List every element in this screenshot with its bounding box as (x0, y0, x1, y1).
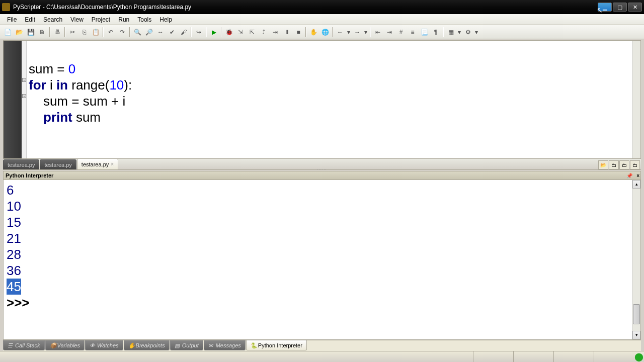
tab-call-stack[interactable]: ☰Call Stack (3, 340, 45, 350)
redo-icon[interactable]: ↷ (117, 27, 128, 38)
output-line: 28 (7, 246, 637, 262)
comment-icon[interactable]: # (395, 27, 407, 38)
undo-icon[interactable]: ↶ (105, 27, 116, 38)
pause-icon[interactable]: ⏸ (281, 27, 292, 38)
tab-close-icon[interactable]: × (111, 161, 114, 167)
doc-icon[interactable]: 📃 (419, 27, 430, 38)
menu-bar: File Edit Search View Project Run Tools … (0, 14, 644, 25)
close-button[interactable]: ✕ (628, 3, 642, 12)
cut-icon[interactable]: ✂ (67, 27, 78, 38)
nav-back-drop-icon[interactable]: ▾ (346, 27, 351, 38)
hand-icon[interactable]: ✋ (308, 27, 319, 38)
tab-messages[interactable]: ✉Messages (204, 340, 246, 350)
tab-breakpoints[interactable]: ✋Breakpoints (124, 340, 170, 350)
layout-icon[interactable]: ▦ (445, 27, 456, 38)
nav-fwd-drop-icon[interactable]: ▾ (363, 27, 368, 38)
tab-watches[interactable]: 👁Watches (85, 340, 123, 350)
scroll-thumb[interactable] (633, 304, 640, 324)
interpreter-output[interactable]: 6 10 15 21 28 36 45 >>> ▴ ▾ (3, 180, 641, 340)
list-icon[interactable]: ≡ (407, 27, 418, 38)
status-cell (594, 351, 634, 362)
interpreter-panel-header: Python Interpreter 📌 × (3, 171, 641, 180)
open-file-icon[interactable]: 📂 (14, 27, 25, 38)
app-icon (2, 3, 10, 11)
indent-icon[interactable]: ⇥ (384, 27, 395, 38)
tab-nav-icon[interactable]: 🗀 (630, 160, 640, 169)
var-icon: 📦 (50, 342, 56, 348)
dedent-icon[interactable]: ⇤ (372, 27, 383, 38)
menu-edit[interactable]: Edit (21, 15, 39, 24)
editor-tab-active[interactable]: testarea.py× (77, 158, 118, 169)
menu-help[interactable]: Help (155, 15, 176, 24)
editor-scrollbar[interactable] (632, 41, 640, 158)
pilcrow-icon[interactable]: ¶ (430, 27, 441, 38)
menu-run[interactable]: Run (114, 15, 133, 24)
print-icon[interactable]: 🖶 (52, 27, 63, 38)
nav-back-icon[interactable]: ← (335, 27, 346, 38)
code-editor[interactable]: - - sum = 0for i in range(10): sum = sum… (3, 40, 641, 159)
paste-icon[interactable]: 📋 (90, 27, 101, 38)
output-line: 6 (7, 182, 637, 198)
menu-file[interactable]: File (3, 15, 21, 24)
code-content[interactable]: sum = 0for i in range(10): sum = sum + i… (27, 41, 632, 158)
replace-icon[interactable]: ↔ (155, 27, 166, 38)
status-cell (553, 351, 594, 362)
tab-python-interpreter[interactable]: 🐍Python Interpreter (246, 340, 307, 350)
fold-marker-icon[interactable]: - (22, 94, 26, 98)
status-indicator-icon: ⬤ (634, 351, 644, 362)
save-icon[interactable]: 💾 (25, 27, 36, 38)
copy-icon[interactable]: ⎘ (78, 27, 90, 38)
run-to-cursor-icon[interactable]: ⇥ (270, 27, 281, 38)
interpreter-title: Python Interpreter (6, 172, 53, 178)
tab-variables[interactable]: 📦Variables (45, 340, 85, 350)
menu-project[interactable]: Project (88, 15, 114, 24)
minimize-button[interactable]: ▁ (598, 3, 612, 12)
run-icon[interactable]: ▶ (208, 27, 219, 38)
output-line: 21 (7, 230, 637, 246)
scroll-down-icon[interactable]: ▾ (632, 331, 640, 339)
editor-tab-inactive[interactable]: testarea.py (3, 159, 39, 169)
tab-nav-icon[interactable]: 🗀 (609, 160, 619, 169)
step-into-icon[interactable]: ⇲ (235, 27, 246, 38)
output-line: 36 (7, 262, 637, 279)
find-next-icon[interactable]: 🔎 (143, 27, 154, 38)
menu-search[interactable]: Search (39, 15, 66, 24)
new-file-icon[interactable]: 📄 (2, 27, 13, 38)
save-all-icon[interactable]: 🗎 (37, 27, 48, 38)
interpreter-prompt[interactable]: >>> (7, 295, 637, 311)
check-icon[interactable]: ✔ (167, 27, 178, 38)
toolbar: 📄 📂 💾 🗎 🖶 ✂ ⎘ 📋 ↶ ↷ 🔍 🔎 ↔ ✔ 🖌 ↪ ▶ 🐞 ⇲ ⇱ … (0, 25, 644, 39)
window-title: PyScripter - C:\Users\sal\Documents\Pyth… (13, 4, 598, 11)
interpreter-scrollbar[interactable]: ▴ ▾ (632, 180, 640, 339)
config-icon[interactable]: ⚙ (462, 27, 473, 38)
output-line: 10 (7, 198, 637, 214)
step-over-icon[interactable]: ⇱ (247, 27, 258, 38)
brush-icon[interactable]: 🖌 (178, 27, 189, 38)
menu-tools[interactable]: Tools (133, 15, 155, 24)
line-gutter (4, 41, 22, 158)
editor-tab-inactive[interactable]: testarea.py (40, 159, 76, 169)
layout-drop-icon[interactable]: ▾ (457, 27, 462, 38)
globe-icon[interactable]: 🌐 (319, 27, 331, 38)
config-drop-icon[interactable]: ▾ (474, 27, 479, 38)
fold-marker-icon[interactable]: - (22, 78, 26, 82)
maximize-button[interactable]: ▢ (613, 3, 627, 12)
tab-nav-icon[interactable]: 📂 (598, 160, 608, 169)
stack-icon: ☰ (8, 342, 14, 348)
pin-icon[interactable]: 📌 (626, 173, 632, 178)
output-line: 15 (7, 214, 637, 230)
fold-gutter: - - (22, 41, 27, 158)
nav-fwd-icon[interactable]: → (352, 27, 363, 38)
find-icon[interactable]: 🔍 (132, 27, 143, 38)
goto-icon[interactable]: ↪ (193, 27, 204, 38)
menu-view[interactable]: View (66, 15, 88, 24)
status-cell (513, 351, 553, 362)
debug-icon[interactable]: 🐞 (223, 27, 234, 38)
stop-icon[interactable]: ■ (293, 27, 304, 38)
messages-icon: ✉ (208, 342, 214, 348)
panel-close-icon[interactable]: × (636, 173, 639, 178)
step-out-icon[interactable]: ⤴ (258, 27, 269, 38)
tab-output[interactable]: ▤Output (170, 340, 203, 350)
scroll-up-icon[interactable]: ▴ (632, 180, 640, 189)
tab-nav-icon[interactable]: 🗀 (619, 160, 629, 169)
